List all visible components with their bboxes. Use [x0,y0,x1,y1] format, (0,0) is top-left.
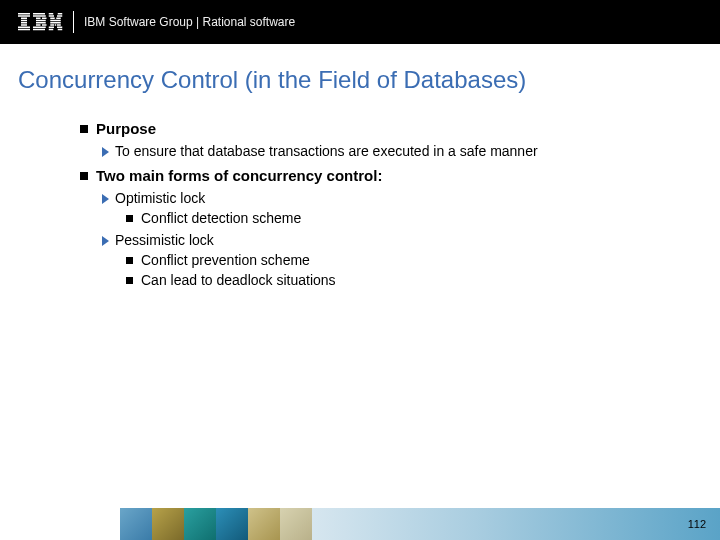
svg-rect-20 [49,15,54,17]
svg-rect-19 [58,13,63,15]
slide-title: Concurrency Control (in the Field of Dat… [18,66,720,94]
bullet-forms: Two main forms of concurrency control: [80,167,680,184]
square-bullet-icon [126,215,133,222]
bullet-text: Conflict prevention scheme [141,252,310,268]
svg-rect-14 [36,24,41,26]
bullet-label: Two main forms of concurrency control: [96,167,382,184]
svg-rect-11 [42,18,47,20]
svg-rect-2 [21,18,27,20]
header-separator [73,11,74,33]
svg-rect-21 [57,15,62,17]
svg-rect-4 [21,22,27,24]
svg-rect-29 [49,27,54,29]
footer-tile-icon [280,508,312,540]
square-bullet-icon [126,277,133,284]
svg-rect-9 [33,15,46,17]
footer-artwork [120,508,312,540]
subsubbullet-optimistic-detail: Conflict detection scheme [126,210,680,226]
svg-rect-27 [55,24,57,26]
svg-rect-0 [18,13,30,15]
bullet-label: Purpose [96,120,156,137]
svg-rect-31 [49,29,54,31]
bullet-text: Can lead to deadlock situations [141,272,336,288]
svg-rect-13 [36,22,46,24]
subsubbullet-pessimistic-detail1: Conflict prevention scheme [126,252,680,268]
arrow-bullet-icon [102,147,109,157]
svg-rect-5 [21,24,27,26]
svg-rect-28 [57,24,61,26]
svg-rect-22 [50,18,55,20]
bullet-text: To ensure that database transactions are… [115,143,538,159]
bullet-purpose: Purpose [80,120,680,137]
bullet-text: Optimistic lock [115,190,205,206]
svg-rect-8 [33,13,45,15]
footer-tile-icon [120,508,152,540]
slide: IBM Software Group | Rational software C… [0,0,720,540]
page-number: 112 [688,518,706,530]
arrow-bullet-icon [102,194,109,204]
svg-rect-26 [50,24,54,26]
footer-tile-icon [248,508,280,540]
svg-rect-25 [50,22,61,24]
svg-rect-12 [36,20,46,22]
svg-rect-10 [36,18,41,20]
subbullet-optimistic: Optimistic lock [102,190,680,206]
svg-rect-30 [57,27,62,29]
footer-tile-icon [152,508,184,540]
bullet-text: Pessimistic lock [115,232,214,248]
svg-rect-7 [18,29,30,31]
svg-rect-32 [58,29,63,31]
svg-rect-23 [56,18,61,20]
slide-content: Purpose To ensure that database transact… [0,112,720,540]
subbullet-purpose-detail: To ensure that database transactions are… [102,143,680,159]
bullet-text: Conflict detection scheme [141,210,301,226]
square-bullet-icon [126,257,133,264]
subbullet-pessimistic: Pessimistic lock [102,232,680,248]
svg-rect-17 [33,29,45,31]
footer-tile-icon [216,508,248,540]
footer-bar: 112 [312,508,720,540]
svg-rect-24 [50,20,61,22]
footer-tile-icon [184,508,216,540]
arrow-bullet-icon [102,236,109,246]
svg-rect-1 [18,15,30,17]
svg-rect-15 [42,24,47,26]
ibm-logo-icon [18,13,63,31]
header-text: IBM Software Group | Rational software [84,15,295,29]
svg-rect-6 [18,27,30,29]
subsubbullet-pessimistic-detail2: Can lead to deadlock situations [126,272,680,288]
svg-rect-3 [21,20,27,22]
svg-rect-16 [33,27,46,29]
square-bullet-icon [80,172,88,180]
header-bar: IBM Software Group | Rational software [0,0,720,44]
footer: 112 [0,508,720,540]
square-bullet-icon [80,125,88,133]
svg-rect-18 [49,13,54,15]
